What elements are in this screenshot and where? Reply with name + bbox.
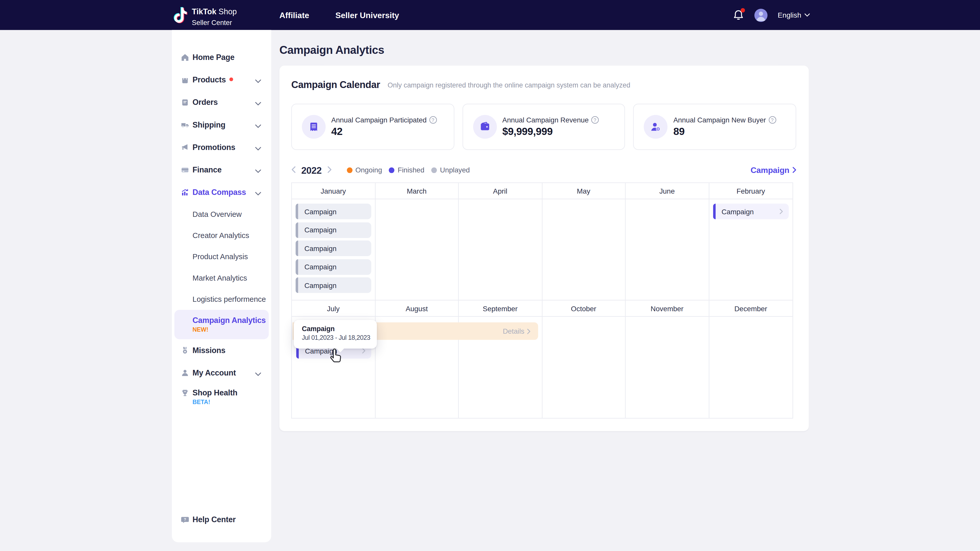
month-header: April [459, 183, 542, 200]
language-selector[interactable]: English [778, 11, 810, 19]
sidebar-subitem-campaign-analytics-active[interactable]: Campaign Analytics NEW! [174, 310, 269, 339]
nav-link-seller-university[interactable]: Seller University [335, 10, 399, 20]
year-selector-row: 2022 Ongoing Finished Unplayed Campaign [291, 162, 796, 178]
campaign-chip[interactable]: Campaign [296, 277, 371, 293]
navbar-right: English [733, 0, 810, 30]
new-badge: NEW! [192, 326, 269, 333]
legend-finished: Finished [389, 166, 425, 173]
help-circle-icon[interactable] [591, 116, 598, 124]
navbar-links: Affiliate Seller University [280, 0, 399, 30]
notifications-button[interactable] [733, 9, 745, 21]
sidebar-item-label: Data Compass [192, 188, 246, 197]
campaign-chip[interactable]: Campaign [296, 241, 371, 256]
sidebar-item-help-center[interactable]: ? Help Center [172, 508, 271, 531]
campaign-chip[interactable]: Campaign [296, 203, 371, 219]
stat-label: Annual Campaign Revenue [502, 116, 589, 124]
sidebar-item-orders[interactable]: Orders [172, 91, 271, 114]
sidebar-item-data-compass[interactable]: Data Compass [172, 181, 271, 203]
month-header: July [292, 300, 375, 317]
campaign-analytics-label: Campaign Analytics [192, 316, 269, 325]
tooltip-dates: Jul 01,2023 - Jul 18,2023 [302, 334, 377, 341]
month-cell-may [542, 199, 625, 300]
card-title: Campaign Calendar [291, 79, 380, 91]
trophy-icon [181, 389, 189, 397]
month-cell-january: Campaign Campaign Campaign Campaign Camp… [292, 199, 375, 300]
month-header: May [542, 183, 625, 200]
sidebar-item-label: Finance [192, 165, 221, 174]
campaign-link[interactable]: Campaign [751, 165, 796, 175]
sidebar-subitem-product-analysis[interactable]: Product Analysis [172, 246, 271, 267]
logo-line1: TikTok Shop [192, 7, 237, 16]
chevron-right-icon [527, 328, 531, 334]
receipt-icon [302, 115, 326, 139]
month-cell-june [625, 199, 709, 300]
truck-icon [181, 121, 189, 129]
sidebar-subitem-market-analytics[interactable]: Market Analytics [172, 267, 271, 289]
sidebar-item-label: Orders [192, 98, 218, 106]
stat-card-new-buyer: Annual Campaign New Buyer 89 [633, 104, 796, 150]
logo-line2: Seller Center [192, 19, 232, 26]
bag-icon [181, 76, 189, 84]
month-header: October [542, 300, 625, 317]
help-circle-icon[interactable] [429, 116, 436, 124]
hand-cursor-icon [329, 348, 343, 367]
person-icon [181, 368, 189, 377]
bar-chart-icon [181, 188, 189, 197]
chevron-down-icon [255, 97, 261, 108]
nav-link-affiliate[interactable]: Affiliate [280, 10, 309, 20]
month-header: December [709, 300, 792, 317]
month-cell-october [542, 317, 625, 418]
legend-ongoing: Ongoing [347, 166, 382, 173]
sidebar-item-missions[interactable]: Missions [172, 339, 271, 362]
beta-badge: BETA! [192, 399, 237, 405]
stat-card-revenue: Annual Campaign Revenue $9,999,999 [462, 104, 625, 150]
sidebar-item-label: Help Center [192, 515, 235, 524]
app-root: TikTok Shop Seller Center Affiliate Sell… [0, 0, 980, 551]
chevron-right-icon [780, 208, 783, 215]
sidebar-item-label: Missions [192, 346, 225, 355]
home-icon [181, 53, 189, 62]
year-label: 2022 [301, 165, 321, 175]
chevron-down-icon [255, 187, 261, 198]
status-legend: Ongoing Finished Unplayed [347, 166, 470, 173]
sidebar-item-home-page[interactable]: Home Page [172, 46, 271, 68]
products-notification-dot [230, 78, 234, 81]
campaign-chip[interactable]: Campaign [296, 259, 371, 275]
sidebar-subitem-creator-analytics[interactable]: Creator Analytics [172, 225, 271, 246]
top-navbar: TikTok Shop Seller Center Affiliate Sell… [0, 0, 980, 30]
card-header: Campaign Calendar Only campaign register… [291, 79, 630, 91]
sidebar-item-shipping[interactable]: Shipping [172, 114, 271, 136]
tiktok-shop-logo[interactable]: TikTok Shop Seller Center [172, 6, 237, 27]
sidebar-item-shop-health[interactable]: Shop Health BETA! [172, 384, 271, 413]
language-label: English [778, 11, 801, 19]
tiktok-note-icon [172, 7, 188, 27]
sidebar-subitem-logistics-performence[interactable]: Logistics performence [172, 289, 271, 310]
sidebar: Home Page Products Orders Shipping Promo… [172, 30, 271, 542]
sidebar-item-promotions[interactable]: Promotions [172, 136, 271, 159]
sidebar-subitem-data-overview[interactable]: Data Overview [172, 203, 271, 225]
stats-row: Annual Campaign Participated 42 Annual C… [291, 104, 796, 150]
wallet-icon [473, 115, 496, 139]
details-label: Details [503, 327, 525, 335]
sidebar-item-products[interactable]: Products [172, 68, 271, 91]
campaign-calendar-grid: January March April May June February Ca… [291, 183, 793, 419]
campaign-chip[interactable]: Campaign [296, 222, 371, 238]
prev-year-button[interactable] [291, 164, 296, 176]
svg-text:?: ? [184, 517, 186, 521]
document-icon [181, 98, 189, 106]
medal-icon [181, 346, 189, 355]
help-circle-icon[interactable] [768, 116, 776, 124]
month-cell-november [625, 317, 709, 418]
user-plus-icon [644, 115, 668, 139]
chevron-down-icon [255, 119, 261, 130]
sidebar-item-label: Home Page [192, 53, 234, 62]
next-year-button[interactable] [327, 164, 331, 176]
avatar[interactable] [755, 8, 768, 21]
sidebar-item-label: Shop Health [192, 389, 237, 397]
page-title: Campaign Analytics [280, 44, 384, 57]
sidebar-item-finance[interactable]: Finance [172, 159, 271, 181]
sidebar-item-my-account[interactable]: My Account [172, 362, 271, 384]
legend-unplayed: Unplayed [431, 166, 470, 173]
campaign-chip-finished[interactable]: Campaign [713, 203, 789, 219]
month-header: November [625, 300, 709, 317]
